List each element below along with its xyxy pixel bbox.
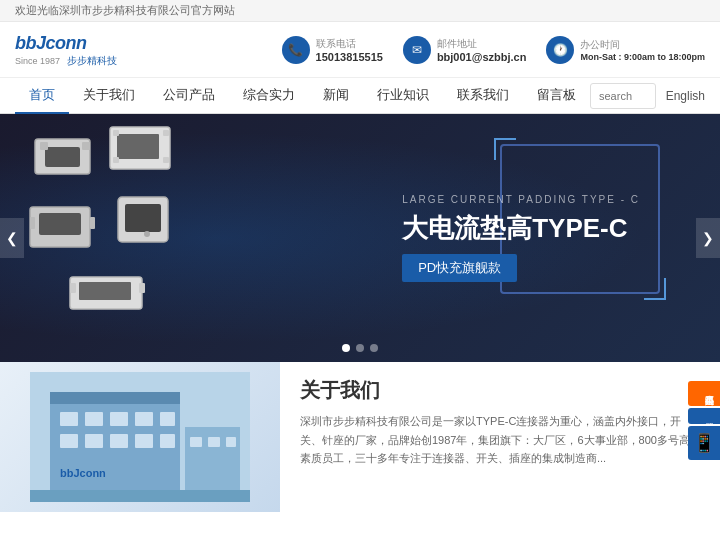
hero-dot-1[interactable] (342, 344, 350, 352)
navigation: 首页 关于我们 公司产品 综合实力 新闻 行业知识 联系我们 留言板 🔍 Eng… (0, 78, 720, 114)
chat-qr-btn[interactable]: 📱 (688, 426, 720, 460)
svg-rect-32 (135, 434, 153, 448)
hero-dot-2[interactable] (356, 344, 364, 352)
svg-rect-12 (30, 217, 35, 229)
svg-rect-24 (60, 412, 78, 426)
svg-rect-29 (60, 434, 78, 448)
product-image-3 (25, 199, 100, 262)
nav-item-products[interactable]: 公司产品 (149, 78, 229, 114)
contact-phone: 📞 联系电话 15013815515 (282, 36, 383, 64)
svg-rect-9 (163, 157, 169, 163)
phone-label: 联系电话 (316, 37, 383, 51)
product-image-1 (30, 129, 100, 187)
svg-rect-28 (160, 412, 175, 426)
svg-rect-3 (82, 142, 90, 150)
contact-hours: 🕐 办公时间 Mon-Sat : 9:00am to 18:00pm (546, 36, 705, 64)
logo: bbJconn (15, 31, 117, 54)
about-section: bbJconn 关于我们 深圳市步步精科技有限公司是一家以TYPE-C连接器为重… (0, 362, 720, 512)
nav-item-contact[interactable]: 联系我们 (443, 78, 523, 114)
about-text: 深圳市步步精科技有限公司是一家以TYPE-C连接器为重心，涵盖内外接口，开关、针… (300, 412, 700, 468)
hours-value: Mon-Sat : 9:00am to 18:00pm (580, 52, 705, 62)
email-label: 邮件地址 (437, 37, 527, 51)
svg-rect-20 (139, 283, 145, 293)
top-bar-text: 欢迎光临深圳市步步精科技有限公司官方网站 (15, 4, 235, 16)
hero-dot-3[interactable] (370, 344, 378, 352)
clock-icon: 🕐 (546, 36, 574, 64)
svg-rect-36 (208, 437, 220, 447)
svg-rect-37 (226, 437, 236, 447)
svg-rect-8 (113, 157, 119, 163)
header: bbJconn Since 1987 步步精科技 📞 联系电话 15013815… (0, 22, 720, 78)
svg-rect-7 (163, 130, 169, 136)
contact-phone-info: 联系电话 15013815515 (316, 37, 383, 63)
email-value: bbj001@szbbj.cn (437, 51, 527, 63)
svg-rect-13 (90, 217, 95, 229)
svg-rect-34 (185, 427, 240, 492)
logo-sub: Since 1987 步步精科技 (15, 54, 117, 68)
chat-qr-icon: 📱 (693, 433, 715, 453)
contact-hours-info: 办公时间 Mon-Sat : 9:00am to 18:00pm (580, 38, 705, 62)
building-illustration: bbJconn (30, 372, 250, 502)
svg-rect-27 (135, 412, 153, 426)
hero-dots (342, 344, 378, 352)
nav-item-news[interactable]: 新闻 (309, 78, 363, 114)
svg-rect-39 (30, 490, 250, 502)
svg-rect-1 (45, 147, 80, 167)
language-toggle[interactable]: English (666, 89, 705, 103)
svg-rect-15 (125, 204, 161, 232)
hero-section: LARGE CURRENT PADDING TYPE - C 大电流垫高TYPE… (0, 114, 720, 362)
hero-small-label: LARGE CURRENT PADDING TYPE - C (402, 194, 640, 205)
logo-main: bbJconn (15, 33, 87, 53)
svg-rect-25 (85, 412, 103, 426)
chat-online-btn[interactable]: 在线客服 (688, 408, 720, 424)
nav-item-home[interactable]: 首页 (15, 78, 69, 114)
svg-rect-5 (117, 134, 159, 159)
svg-rect-6 (113, 130, 119, 136)
svg-rect-33 (160, 434, 175, 448)
email-icon: ✉ (403, 36, 431, 64)
search-bar[interactable]: 🔍 (590, 83, 656, 109)
about-title: 关于我们 (300, 377, 700, 404)
svg-rect-11 (39, 213, 81, 235)
contact-items: 📞 联系电话 15013815515 ✉ 邮件地址 bbj001@szbbj.c… (282, 36, 705, 64)
hero-prev-button[interactable]: ❮ (0, 218, 24, 258)
nav-item-strength[interactable]: 综合实力 (229, 78, 309, 114)
nav-item-message[interactable]: 留言板 (523, 78, 590, 114)
chat-factory-label: 是公司是清头工厂吗？ (705, 389, 715, 398)
chat-factory-btn[interactable]: 是公司是清头工厂吗？ (688, 381, 720, 406)
hero-next-button[interactable]: ❯ (696, 218, 720, 258)
building-svg: bbJconn (30, 372, 250, 502)
svg-rect-35 (190, 437, 202, 447)
product-image-4 (110, 192, 185, 255)
chevron-left-icon: ❮ (6, 230, 18, 246)
hero-subtitle: PD快充旗舰款 (402, 254, 517, 282)
phone-icon: 📞 (282, 36, 310, 64)
svg-rect-26 (110, 412, 128, 426)
svg-rect-19 (70, 283, 76, 293)
about-image: bbJconn (0, 362, 280, 512)
contact-email: ✉ 邮件地址 bbj001@szbbj.cn (403, 36, 527, 64)
contact-email-info: 邮件地址 bbj001@szbbj.cn (437, 37, 527, 63)
hours-label: 办公时间 (580, 38, 705, 52)
hero-text-area: LARGE CURRENT PADDING TYPE - C 大电流垫高TYPE… (402, 194, 640, 282)
svg-rect-23 (50, 392, 180, 404)
svg-point-16 (144, 231, 150, 237)
svg-rect-18 (79, 282, 131, 300)
top-bar: 欢迎光临深圳市步步精科技有限公司官方网站 (0, 0, 720, 22)
svg-rect-30 (85, 434, 103, 448)
search-input[interactable] (591, 90, 656, 102)
nav-item-knowledge[interactable]: 行业知识 (363, 78, 443, 114)
about-content: 关于我们 深圳市步步精科技有限公司是一家以TYPE-C连接器为重心，涵盖内外接口… (280, 362, 720, 512)
product-image-2 (105, 122, 180, 180)
hero-title: 大电流垫高TYPE-C (402, 213, 640, 244)
product-image-5 (65, 269, 150, 322)
nav-item-about[interactable]: 关于我们 (69, 78, 149, 114)
nav-items: 首页 关于我们 公司产品 综合实力 新闻 行业知识 联系我们 留言板 (15, 78, 590, 114)
svg-rect-31 (110, 434, 128, 448)
logo-area: bbJconn Since 1987 步步精科技 (15, 31, 117, 68)
svg-text:bbJconn: bbJconn (60, 467, 106, 479)
chevron-right-icon: ❯ (702, 230, 714, 246)
phone-value: 15013815515 (316, 51, 383, 63)
svg-rect-2 (40, 142, 48, 150)
